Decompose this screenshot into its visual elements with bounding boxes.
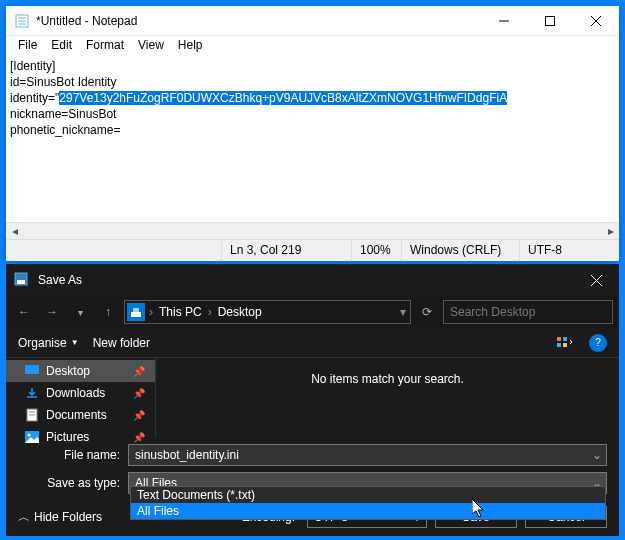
status-eol: Windows (CRLF) [401, 240, 519, 261]
nav-forward-button[interactable]: → [40, 300, 64, 324]
svg-rect-9 [17, 280, 25, 284]
hide-folders-button[interactable]: ︿Hide Folders [18, 509, 102, 526]
picture-icon [24, 429, 40, 445]
folder-tree: Desktop📌 Downloads📌 Documents📌 Pictures📌 [6, 358, 156, 438]
help-button[interactable]: ? [589, 334, 607, 352]
scroll-left-icon[interactable]: ◂ [6, 223, 23, 240]
search-input[interactable]: Search Desktop [443, 300, 613, 324]
view-options-button[interactable] [555, 333, 575, 353]
selected-text: 297Ve13y2hFuZogRF0DUWXCzBhkq+pV9AUJVcB8x… [59, 91, 507, 105]
empty-message: No items match your search. [311, 372, 464, 386]
status-position: Ln 3, Col 219 [221, 240, 351, 261]
svg-point-25 [28, 434, 31, 437]
pin-icon[interactable]: 📌 [133, 410, 145, 421]
svg-rect-15 [563, 337, 567, 341]
horizontal-scrollbar[interactable]: ◂ ▸ [6, 222, 619, 239]
svg-rect-13 [133, 308, 139, 312]
svg-rect-5 [546, 16, 555, 25]
notepad-icon [14, 13, 30, 29]
download-icon [24, 385, 40, 401]
svg-rect-14 [557, 337, 561, 341]
menu-help[interactable]: Help [172, 36, 209, 56]
document-icon [24, 407, 40, 423]
tree-item-downloads[interactable]: Downloads📌 [6, 382, 155, 404]
svg-rect-12 [131, 312, 141, 317]
save-as-title: Save As [38, 273, 573, 287]
tree-item-desktop[interactable]: Desktop📌 [6, 360, 155, 382]
notepad-statusbar: Ln 3, Col 219 100% Windows (CRLF) UTF-8 [6, 239, 619, 261]
menu-edit[interactable]: Edit [45, 36, 78, 56]
breadcrumb-desktop[interactable]: Desktop [216, 305, 264, 319]
svg-rect-18 [25, 365, 39, 374]
notepad-window: *Untitled - Notepad File Edit Format Vie… [6, 6, 619, 260]
desktop-icon [24, 363, 40, 379]
menu-file[interactable]: File [12, 36, 43, 56]
type-label: Save as type: [18, 476, 128, 490]
status-encoding: UTF-8 [519, 240, 619, 261]
minimize-button[interactable] [481, 6, 527, 36]
close-button[interactable] [573, 6, 619, 36]
pin-icon[interactable]: 📌 [133, 366, 145, 377]
type-option-txt[interactable]: Text Documents (*.txt) [131, 487, 605, 503]
chevron-up-icon: ︿ [18, 509, 30, 526]
pin-icon[interactable]: 📌 [133, 432, 145, 443]
save-as-toolbar: Organise▼ New folder ? [6, 328, 619, 358]
tree-item-documents[interactable]: Documents📌 [6, 404, 155, 426]
svg-rect-17 [563, 343, 567, 347]
save-as-titlebar[interactable]: Save As [6, 264, 619, 296]
chevron-down-icon[interactable]: ⌄ [592, 448, 602, 462]
menu-view[interactable]: View [132, 36, 170, 56]
menu-format[interactable]: Format [80, 36, 130, 56]
filename-input[interactable]: sinusbot_identity.ini⌄ [128, 444, 607, 466]
maximize-button[interactable] [527, 6, 573, 36]
notepad-title: *Untitled - Notepad [36, 14, 481, 28]
save-as-icon [14, 272, 30, 288]
filename-label: File name: [18, 448, 128, 462]
organise-button[interactable]: Organise▼ [18, 336, 79, 350]
save-as-close-button[interactable] [573, 264, 619, 296]
nav-up-button[interactable]: ↑ [96, 300, 120, 324]
address-bar[interactable]: › This PC › Desktop ▾ [124, 300, 411, 324]
search-placeholder: Search Desktop [450, 305, 535, 319]
save-as-navbar: ← → ▾ ↑ › This PC › Desktop ▾ ⟳ Search D… [6, 296, 619, 328]
svg-rect-19 [30, 374, 34, 377]
notepad-titlebar[interactable]: *Untitled - Notepad [6, 6, 619, 36]
notepad-menu: File Edit Format View Help [6, 36, 619, 56]
nav-recent-button[interactable]: ▾ [68, 300, 92, 324]
refresh-button[interactable]: ⟳ [415, 300, 439, 324]
file-list[interactable]: No items match your search. [156, 358, 619, 438]
scroll-right-icon[interactable]: ▸ [602, 223, 619, 240]
breadcrumb-this-pc[interactable]: This PC [157, 305, 204, 319]
location-icon [127, 303, 145, 321]
pin-icon[interactable]: 📌 [133, 388, 145, 399]
notepad-editor[interactable]: [Identity] id=SinusBot Identity identity… [6, 56, 619, 222]
status-zoom: 100% [351, 240, 401, 261]
type-option-all[interactable]: All Files [131, 503, 605, 519]
new-folder-button[interactable]: New folder [93, 336, 150, 350]
type-dropdown: Text Documents (*.txt) All Files [130, 486, 606, 520]
nav-back-button[interactable]: ← [12, 300, 36, 324]
svg-rect-16 [557, 343, 561, 347]
